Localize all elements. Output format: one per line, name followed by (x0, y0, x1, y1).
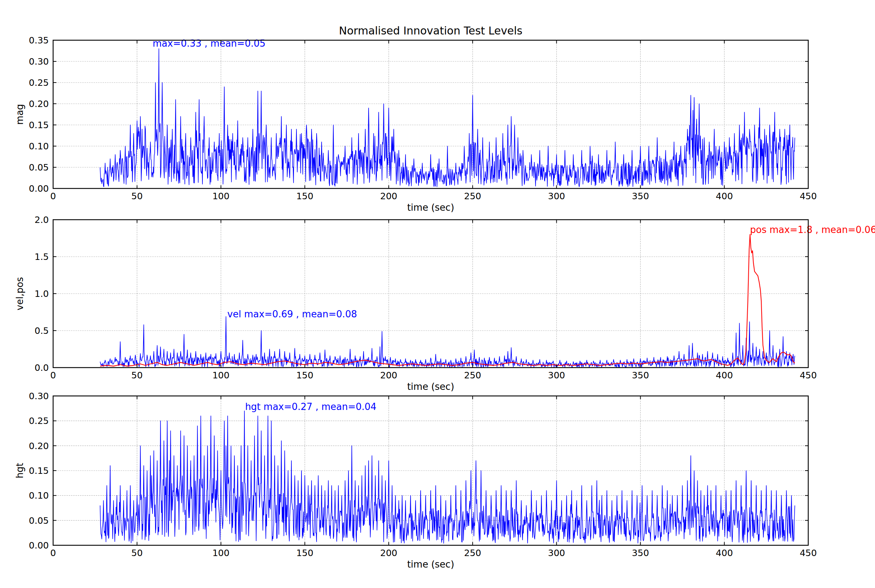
y-axis-label: vel,pos (14, 277, 25, 310)
x-tick-label: 50 (131, 370, 143, 381)
annotation-2-1: vel max=0.69 , mean=0.08 (227, 309, 357, 320)
y-tick-label: 0.05 (29, 516, 49, 526)
subplot-mag: max=0.33 , mean=0.0505010015020025030035… (14, 35, 817, 213)
x-tick-label: 250 (464, 370, 481, 381)
x-axis-label: time (sec) (407, 202, 454, 213)
x-tick-label: 100 (213, 191, 230, 201)
x-tick-label: 350 (632, 370, 649, 381)
x-tick-label: 400 (716, 191, 733, 201)
y-tick-label: 0.25 (29, 416, 49, 426)
y-axis-label: hgt (14, 463, 25, 478)
x-tick-label: 150 (296, 548, 313, 558)
annotation-2-2: pos max=1.8 , mean=0.06 (750, 224, 875, 235)
y-tick-label: 0.15 (29, 120, 49, 130)
y-axis-label: mag (14, 104, 25, 125)
x-tick-label: 0 (50, 548, 56, 558)
x-tick-label: 200 (380, 548, 397, 558)
x-tick-label: 250 (464, 191, 481, 201)
x-tick-label: 50 (131, 191, 143, 201)
x-tick-label: 350 (632, 191, 649, 201)
chart-canvas: max=0.33 , mean=0.0505010015020025030035… (0, 0, 875, 588)
x-tick-label: 300 (548, 548, 565, 558)
x-tick-label: 250 (464, 548, 481, 558)
x-tick-label: 50 (131, 548, 143, 558)
y-tick-label: 0.20 (29, 441, 49, 451)
y-tick-label: 0.05 (29, 162, 49, 172)
plot-series (100, 411, 795, 543)
x-tick-label: 100 (213, 548, 230, 558)
figure: Normalised Innovation Test Levels max=0.… (0, 0, 875, 588)
y-tick-label: 0.30 (29, 391, 49, 401)
series-hgt-line (100, 411, 795, 543)
x-tick-label: 450 (800, 191, 817, 201)
y-tick-label: 0.10 (29, 141, 49, 152)
y-tick-label: 0.35 (29, 35, 49, 46)
y-tick-label: 0.25 (29, 78, 49, 88)
x-tick-label: 0 (50, 191, 56, 201)
x-axis-label: time (sec) (407, 381, 454, 392)
y-tick-label: 1.5 (34, 252, 49, 262)
y-tick-label: 0.5 (34, 326, 49, 336)
y-tick-label: 1.0 (34, 289, 49, 299)
subplot-vel-pos: vel max=0.69 , mean=0.08pos max=1.8 , me… (14, 214, 875, 392)
x-tick-label: 450 (800, 370, 817, 381)
y-tick-label: 0.20 (29, 99, 49, 109)
y-tick-label: 2.0 (34, 214, 49, 225)
y-tick-label: 0.10 (29, 490, 49, 501)
x-tick-label: 100 (213, 370, 230, 381)
x-tick-label: 0 (50, 370, 56, 381)
y-tick-label: 0.00 (29, 540, 49, 550)
series-mag-line (100, 49, 795, 187)
plot-series (100, 49, 795, 187)
x-tick-label: 200 (380, 370, 397, 381)
y-tick-label: 0.30 (29, 56, 49, 67)
annotation-1-1: max=0.33 , mean=0.05 (153, 38, 265, 49)
y-tick-label: 0.00 (29, 183, 49, 194)
grid (53, 220, 808, 368)
x-tick-label: 150 (296, 370, 313, 381)
x-tick-label: 400 (716, 370, 733, 381)
x-tick-label: 350 (632, 548, 649, 558)
x-tick-label: 150 (296, 191, 313, 201)
y-tick-label: 0.0 (34, 363, 49, 373)
x-tick-label: 200 (380, 191, 397, 201)
annotation-3-1: hgt max=0.27 , mean=0.04 (245, 401, 376, 412)
x-axis-label: time (sec) (407, 559, 454, 570)
plot-series (100, 234, 795, 367)
x-tick-label: 400 (716, 548, 733, 558)
y-tick-label: 0.15 (29, 466, 49, 476)
x-tick-label: 450 (800, 548, 817, 558)
series-pos-line (100, 234, 795, 366)
subplot-hgt: hgt max=0.27 , mean=0.040501001502002503… (14, 391, 817, 570)
x-tick-label: 300 (548, 191, 565, 201)
x-tick-label: 300 (548, 370, 565, 381)
